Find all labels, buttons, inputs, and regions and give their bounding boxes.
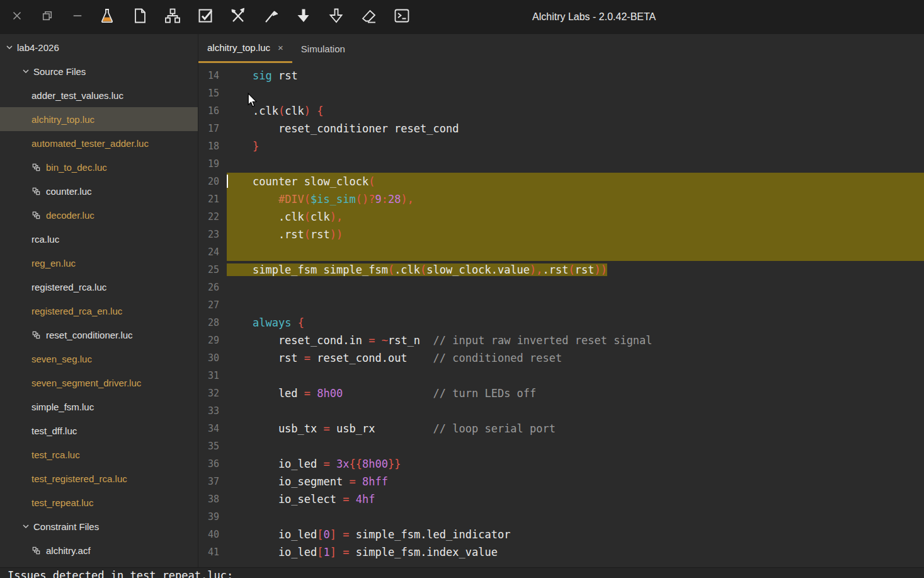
chevron-down-icon[interactable] bbox=[21, 66, 31, 76]
code-line-content[interactable]: #DIV($is_sim()?9:28), bbox=[227, 190, 924, 208]
chevron-down-icon[interactable] bbox=[4, 42, 14, 52]
line-number: 26 bbox=[198, 279, 227, 296]
code-line-content[interactable]: .clk(clk), bbox=[227, 208, 924, 226]
restore-button[interactable] bbox=[38, 8, 57, 26]
file-tree: lab4-2026Source Filesadder_test_values.l… bbox=[0, 34, 198, 567]
terminal-button[interactable] bbox=[393, 8, 411, 26]
flag-icon bbox=[262, 7, 280, 27]
code-line-37: 37 io_segment = 8hff bbox=[198, 473, 924, 490]
tree-file-reset-conditioner-luc[interactable]: reset_conditioner.luc bbox=[0, 323, 198, 347]
download-outline-button[interactable] bbox=[328, 8, 345, 26]
tree-folder-constraint-files[interactable]: Constraint Files bbox=[0, 514, 198, 538]
code-line-16: 16 .clk(clk) { bbox=[198, 102, 924, 120]
tree-file-seven-segment-driver-luc[interactable]: seven_segment_driver.luc bbox=[0, 371, 198, 395]
code-line-content[interactable]: counter slow_clock( bbox=[227, 173, 924, 190]
code-line-content[interactable]: io_segment = 8hff bbox=[227, 473, 924, 490]
flask-icon bbox=[98, 7, 116, 27]
flask-button[interactable] bbox=[98, 8, 116, 26]
tab-alchitry-top-luc[interactable]: alchitry_top.luc× bbox=[198, 34, 292, 63]
line-number: 18 bbox=[198, 137, 227, 155]
code-line-content[interactable]: reset_cond.in = ~rst_n // input raw inve… bbox=[227, 332, 924, 349]
code-line-33: 33 bbox=[198, 402, 924, 420]
code-editor[interactable]: 14 sig rst1516 .clk(clk) {17 reset_condi… bbox=[198, 63, 924, 567]
tree-file-alchitry-top-luc[interactable]: alchitry_top.luc bbox=[0, 107, 198, 131]
code-line-content[interactable]: io_select = 4hf bbox=[227, 490, 924, 508]
line-number: 37 bbox=[198, 473, 227, 490]
tree-file-registered-rca-en-luc[interactable]: registered_rca_en.luc bbox=[0, 299, 198, 323]
tree-file-test-dff-luc[interactable]: test_dff.luc bbox=[0, 419, 198, 442]
code-line-content[interactable]: io_led[0] = simple_fsm.led_indicator bbox=[227, 526, 924, 543]
code-line-21: 21 #DIV($is_sim()?9:28), bbox=[198, 190, 924, 208]
code-line-content[interactable]: simple_fsm simple_fsm(.clk(slow_clock.va… bbox=[227, 261, 924, 279]
tree-file-rca-luc[interactable]: rca.luc bbox=[0, 227, 198, 251]
tree-file-test-registered-rca-luc[interactable]: test_registered_rca.luc bbox=[0, 466, 198, 490]
new-file-button[interactable] bbox=[131, 8, 149, 26]
code-line-content[interactable]: reset_conditioner reset_cond bbox=[227, 120, 924, 137]
close-button[interactable] bbox=[8, 8, 26, 26]
check-button[interactable] bbox=[197, 8, 214, 26]
code-line-content[interactable]: } bbox=[227, 137, 924, 155]
tree-file-decoder-luc[interactable]: decoder.luc bbox=[0, 203, 198, 227]
line-number: 40 bbox=[198, 526, 227, 543]
line-number: 20 bbox=[198, 173, 227, 190]
code-line-content[interactable]: led = 8h00 // turn LEDs off bbox=[227, 384, 924, 402]
tree-file-alchitry-acf[interactable]: alchitry.acf bbox=[0, 538, 198, 562]
line-number: 41 bbox=[198, 543, 227, 561]
tree-item-label: registered_rca_en.luc bbox=[31, 306, 122, 316]
close-tab-icon[interactable]: × bbox=[278, 42, 283, 53]
tab-simulation[interactable]: Simulation bbox=[292, 34, 354, 63]
code-line-content[interactable] bbox=[227, 402, 924, 420]
line-number: 32 bbox=[198, 384, 227, 402]
tree-file-bin-to-dec-luc[interactable]: bin_to_dec.luc bbox=[0, 155, 198, 179]
code-line-content[interactable] bbox=[227, 437, 924, 455]
window-controls bbox=[8, 8, 87, 26]
code-line-content[interactable]: io_led[1] = simple_fsm.index_value bbox=[227, 543, 924, 561]
tree-folder-source-files[interactable]: Source Files bbox=[0, 59, 198, 83]
tree-item-label: seven_segment_driver.luc bbox=[31, 378, 141, 388]
eraser-button[interactable] bbox=[360, 8, 378, 26]
code-line-content[interactable] bbox=[227, 296, 924, 314]
status-message: Issues detected in test_repeat.luc: bbox=[8, 569, 924, 578]
line-number: 24 bbox=[198, 243, 227, 261]
hierarchy-button[interactable] bbox=[164, 8, 181, 26]
tree-file-automated-tester-adder-luc[interactable]: automated_tester_adder.luc bbox=[0, 131, 198, 155]
line-number: 16 bbox=[198, 102, 227, 120]
code-line-content[interactable] bbox=[227, 155, 924, 173]
tree-item-label: test_dff.luc bbox=[31, 425, 77, 436]
code-line-content[interactable] bbox=[227, 508, 924, 526]
code-line-content[interactable]: io_led = 3x{{8h00}} bbox=[227, 455, 924, 473]
code-line-content[interactable] bbox=[227, 279, 924, 296]
code-line-content[interactable]: .rst(rst)) bbox=[227, 226, 924, 243]
code-line-content[interactable] bbox=[227, 367, 924, 384]
tree-file-seven-seg-luc[interactable]: seven_seg.luc bbox=[0, 347, 198, 371]
code-line-14: 14 sig rst bbox=[198, 67, 924, 84]
module-icon bbox=[31, 163, 41, 172]
tree-file-test-repeat-luc[interactable]: test_repeat.luc bbox=[0, 490, 198, 514]
code-line-content[interactable]: usb_tx = usb_rx // loop serial port bbox=[227, 420, 924, 437]
tree-file-registered-rca-luc[interactable]: registered_rca.luc bbox=[0, 275, 198, 299]
tree-item-label: adder_test_values.luc bbox=[31, 90, 123, 101]
tree-file-test-rca-luc[interactable]: test_rca.luc bbox=[0, 442, 198, 466]
code-line-content[interactable]: rst = reset_cond.out // conditioned rese… bbox=[227, 349, 924, 367]
flag-button[interactable] bbox=[262, 8, 280, 26]
code-line-25: 25 simple_fsm simple_fsm(.clk(slow_clock… bbox=[198, 261, 924, 279]
tree-file-counter-luc[interactable]: counter.luc bbox=[0, 179, 198, 203]
chevron-down-icon[interactable] bbox=[21, 521, 31, 531]
line-number: 31 bbox=[198, 367, 227, 384]
tools-button[interactable] bbox=[229, 8, 247, 26]
tree-file-reg-en-luc[interactable]: reg_en.luc bbox=[0, 251, 198, 275]
editor-pane: alchitry_top.luc×Simulation 14 sig rst15… bbox=[198, 34, 924, 567]
tree-root-lab4-2026[interactable]: lab4-2026 bbox=[0, 35, 198, 59]
code-line-content[interactable]: .clk(clk) { bbox=[227, 102, 924, 120]
code-line-content[interactable]: sig rst bbox=[227, 67, 924, 84]
code-line-32: 32 led = 8h00 // turn LEDs off bbox=[198, 384, 924, 402]
code-line-24: 24 bbox=[198, 243, 924, 261]
code-line-content[interactable] bbox=[227, 84, 924, 102]
code-line-content[interactable] bbox=[227, 243, 924, 261]
minimize-button[interactable] bbox=[68, 8, 87, 26]
code-line-content[interactable]: always { bbox=[227, 314, 924, 332]
line-number: 28 bbox=[198, 314, 227, 332]
tree-file-adder-test-values-luc[interactable]: adder_test_values.luc bbox=[0, 83, 198, 107]
tree-file-simple-fsm-luc[interactable]: simple_fsm.luc bbox=[0, 395, 198, 419]
download-solid-button[interactable] bbox=[295, 8, 312, 26]
